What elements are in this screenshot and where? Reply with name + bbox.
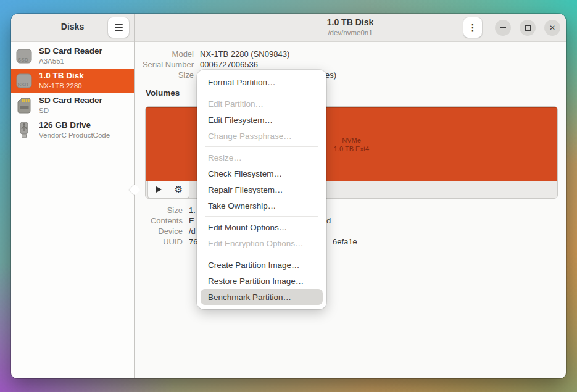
detail-label: Contents: [135, 216, 183, 225]
drive-subtitle: SD: [39, 106, 102, 115]
ssd-icon: SSD: [14, 46, 34, 66]
minimize-icon: [500, 27, 506, 28]
menu-separator: [205, 216, 318, 217]
menu-item-edit-mount-options[interactable]: Edit Mount Options…: [201, 219, 323, 235]
detail-value-fragment: 1.: [189, 206, 196, 215]
drive-name: 126 GB Drive: [39, 120, 110, 131]
volume-detail-rows: Size1.ContentsEdDevice/dUUID766efa1e: [135, 205, 197, 247]
menu-item-edit-encryption-options: Edit Encryption Options…: [201, 235, 323, 251]
gear-icon: ⚙: [175, 184, 183, 195]
menu-item-format-partition[interactable]: Format Partition…: [201, 74, 323, 90]
drive-subtitle: VendorC ProductCode: [39, 131, 110, 140]
menu-item-edit-partition: Edit Partition…: [201, 96, 323, 112]
sidebar-item-1-0-tb-disk-nx-1tb-2280[interactable]: SSD1.0 TB DiskNX-1TB 2280: [11, 69, 134, 93]
minimize-button[interactable]: [495, 20, 511, 36]
info-label: Serial Number: [135, 60, 194, 69]
disks-app-window: Disks SSDSD Card ReaderA3A551SSD1.0 TB D…: [11, 14, 566, 378]
sidebar-item-sd-card-reader-a3a551[interactable]: SSDSD Card ReaderA3A551: [11, 44, 134, 69]
menu-item-change-passphrase: Change Passphrase…: [201, 128, 323, 144]
partition-options-button[interactable]: ⚙: [168, 181, 189, 198]
drive-info-row-model: ModelNX-1TB 2280 (SN09843): [135, 49, 336, 59]
detail-value-fragment-right: 6efa1e: [333, 237, 357, 246]
menu-separator: [205, 146, 318, 147]
menu-item-create-partition-image[interactable]: Create Partition Image…: [201, 257, 323, 273]
partition-context-menu: Format Partition…Edit Partition…Edit Fil…: [197, 70, 326, 309]
volume-detail-row-device: Device/d: [135, 226, 197, 236]
sidebar-item-sd-card-reader-sd[interactable]: SD Card ReaderSD: [11, 93, 134, 118]
volumes-section-label: Volumes: [146, 88, 180, 98]
drive-subtitle: A3A551: [39, 57, 102, 65]
partition-description: 1.0 TB Ext4: [334, 144, 369, 153]
sidebar: Disks SSDSD Card ReaderA3A551SSD1.0 TB D…: [11, 14, 135, 378]
menu-item-resize: Resize…: [201, 149, 323, 165]
partition-name: NVMe: [342, 136, 361, 144]
detail-value-fragment: E: [189, 216, 194, 225]
volume-detail-row-uuid: UUID766efa1e: [135, 236, 197, 247]
kebab-icon: ⋮: [468, 22, 478, 33]
detail-value-fragment: /d: [189, 227, 196, 236]
sidebar-item-126-gb-drive-vendorc-productcode[interactable]: 126 GB DriveVendorC ProductCode: [11, 118, 134, 143]
detail-label: UUID: [135, 237, 183, 246]
sidebar-list: SSDSD Card ReaderA3A551SSD1.0 TB DiskNX-…: [11, 42, 134, 378]
sd-card-icon: [14, 96, 34, 115]
volume-detail-row-size: Size1.: [135, 205, 197, 215]
main-pane: 1.0 TB Disk /dev/nvme0n1 ⋮ ✕ ModelNX-1TB…: [135, 14, 566, 378]
headerbar: 1.0 TB Disk /dev/nvme0n1 ⋮ ✕: [135, 14, 566, 42]
detail-value-fragment-right: d: [326, 216, 331, 225]
drive-info-row-serial-number: Serial Number0006727006536: [135, 59, 336, 70]
hamburger-menu-button[interactable]: [108, 17, 129, 38]
volume-detail-row-contents: ContentsEd: [135, 215, 197, 226]
sidebar-headerbar: Disks: [11, 14, 134, 42]
ssd-icon: SSD: [14, 71, 34, 91]
window-controls: ✕: [495, 20, 560, 36]
info-label: Model: [135, 49, 194, 59]
menu-item-benchmark-partition[interactable]: Benchmark Partition…: [201, 289, 323, 305]
menu-item-check-filesystem[interactable]: Check Filesystem…: [201, 165, 323, 181]
svg-text:SSD: SSD: [18, 57, 28, 63]
drive-subtitle: NX-1TB 2280: [39, 81, 84, 90]
maximize-button[interactable]: [520, 20, 536, 36]
usb-drive-icon: [14, 120, 34, 140]
menu-item-take-ownership[interactable]: Take Ownership…: [201, 198, 323, 214]
svg-text:SSD: SSD: [18, 81, 28, 88]
close-button[interactable]: ✕: [544, 20, 560, 36]
detail-label: Size: [135, 206, 183, 215]
menu-separator: [205, 93, 318, 93]
info-value: NX-1TB 2280 (SN09843): [200, 49, 289, 59]
info-value: 0006727006536: [200, 60, 258, 69]
menu-item-restore-partition-image[interactable]: Restore Partition Image…: [201, 273, 323, 289]
drive-name: SD Card Reader: [39, 46, 102, 57]
drive-content: ModelNX-1TB 2280 (SN09843)Serial Number0…: [135, 42, 566, 378]
maximize-icon: [525, 25, 531, 31]
close-icon: ✕: [549, 24, 555, 31]
drive-menu-button[interactable]: ⋮: [463, 17, 482, 38]
mount-button[interactable]: [147, 181, 168, 198]
menu-separator: [205, 254, 318, 254]
detail-label: Device: [135, 227, 183, 236]
desktop: { "sidebar": { "title": "Disks", "items"…: [0, 0, 577, 392]
menu-item-edit-filesystem[interactable]: Edit Filesystem…: [201, 112, 323, 128]
info-label: Size: [135, 70, 194, 80]
hamburger-icon: [115, 24, 123, 31]
drive-name: SD Card Reader: [39, 96, 102, 106]
volume-button-group: ⚙: [147, 181, 189, 198]
drive-name: 1.0 TB Disk: [39, 71, 84, 81]
menu-item-repair-filesystem[interactable]: Repair Filesystem…: [201, 181, 323, 198]
play-icon: [156, 186, 162, 193]
